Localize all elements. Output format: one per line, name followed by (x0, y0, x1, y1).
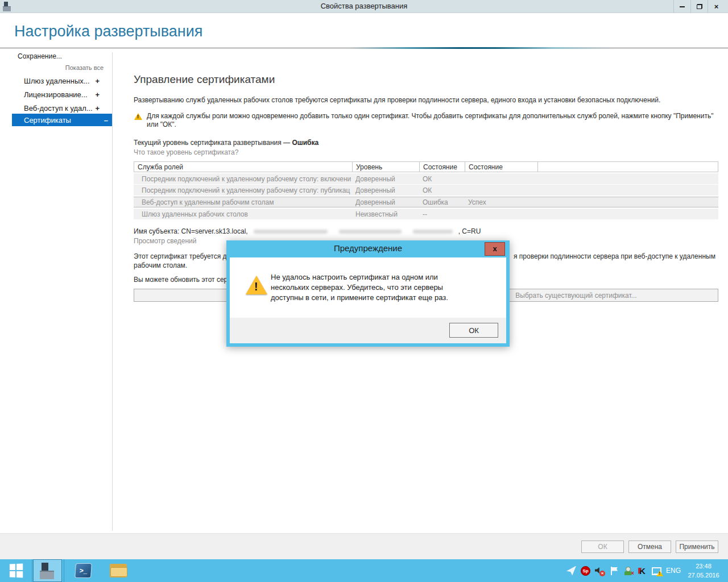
cell-service: Шлюз удаленных рабочих столов (134, 209, 351, 219)
dialog-message: Не удалось настроить сертификат на одном… (271, 272, 477, 303)
system-tray: Sp × K (566, 559, 661, 582)
dialog-close-button[interactable]: x (485, 242, 505, 256)
intro-text: Развертыванию служб удаленных рабочих ст… (134, 96, 718, 104)
dialog-footer: ОК (230, 318, 506, 343)
subject-suffix: , C=RU (458, 227, 481, 235)
table-row[interactable]: Посредник подключений к удаленному рабоч… (134, 173, 718, 184)
language-indicator[interactable]: ENG (663, 559, 684, 582)
expand-icon[interactable]: + (95, 90, 104, 99)
column-header-empty (537, 162, 718, 172)
column-header-state2[interactable]: Состояние (465, 162, 537, 172)
saving-status: Сохранение... (18, 52, 62, 60)
sidebar-item-gateway[interactable]: Шлюз удаленных... + (12, 74, 104, 87)
window-title: Свойства развертывания (0, 2, 728, 10)
dialog-title: Предупреждение (226, 240, 510, 257)
file-explorer-icon (110, 564, 127, 577)
close-icon: × (714, 2, 719, 11)
collapse-icon[interactable]: – (104, 116, 112, 124)
warning-dialog: Предупреждение x Не удалось настроить се… (226, 240, 510, 347)
dialog-close-icon: x (493, 244, 497, 253)
level-help-link[interactable]: Что такое уровень сертификата? (134, 148, 238, 156)
window-titlebar: Свойства развертывания × (0, 0, 728, 13)
sp-badge-tray-icon[interactable]: Sp (581, 566, 590, 576)
cert-required-text-left: Этот сертификат требуется дл (134, 252, 231, 260)
table-header-row: Служба ролей Уровень Состояние Состояние (134, 161, 718, 172)
cell-service: Посредник подключений к удаленному рабоч… (134, 185, 351, 196)
certificates-table: Служба ролей Уровень Состояние Состояние… (134, 161, 718, 219)
dialog-warning-icon (246, 276, 267, 294)
select-existing-label: Выбрать существующий сертификат... (515, 292, 636, 300)
sidebar-item-label: Сертификаты (12, 116, 71, 124)
certificate-level-label: Текущий уровень сертификата развертывани… (134, 139, 292, 147)
taskbar: >_ Sp × K ENG 23:48 27.05.2016 (0, 559, 728, 582)
view-details-link[interactable]: Просмотр сведений (134, 237, 197, 245)
sidebar-item-label: Веб-доступ к удал... (12, 104, 93, 113)
cell-empty (537, 185, 718, 196)
sidebar-divider (112, 52, 113, 531)
restore-button[interactable] (690, 0, 708, 13)
cell-state1: ОК (419, 185, 464, 196)
windows-logo-icon (10, 563, 23, 577)
sidebar-item-label: Шлюз удаленных... (12, 77, 90, 85)
cell-empty (537, 173, 718, 184)
taskbar-separator (32, 559, 32, 582)
show-all-link[interactable]: Показать все (65, 64, 104, 71)
taskbar-separator (64, 559, 64, 582)
taskbar-server-manager-button[interactable] (33, 559, 62, 582)
cell-level: Доверенный (351, 197, 419, 207)
expand-icon[interactable]: + (95, 104, 104, 113)
redacted-segment (339, 230, 402, 234)
ok-label: ОК (598, 543, 607, 551)
column-header-service[interactable]: Служба ролей (134, 162, 352, 172)
ok-button[interactable]: ОК (581, 541, 624, 553)
table-row-selected[interactable]: Веб-доступ к удаленным рабочим столам До… (134, 197, 718, 207)
subject-prefix: Имя субъекта: CN=server.sk13.local, (134, 227, 248, 235)
sidebar-item-certificates[interactable]: Сертификаты – (12, 114, 112, 126)
window-controls: × (673, 0, 725, 13)
cell-state2 (464, 173, 537, 184)
apply-label: Применить (679, 543, 714, 551)
notice-text: Для каждой службы роли можно одновременн… (147, 112, 715, 129)
paper-plane-tray-icon[interactable] (566, 566, 576, 576)
sidebar-item-webaccess[interactable]: Веб-доступ к удал... + (12, 102, 104, 114)
cell-service: Посредник подключений к удаленному рабоч… (134, 173, 351, 184)
table-row[interactable]: Посредник подключений к удаленному рабоч… (134, 185, 718, 196)
kaspersky-tray-icon[interactable]: K (638, 566, 647, 576)
action-center-flag-icon[interactable] (609, 566, 619, 576)
cert-required-text-right: я проверки подлинности сервера при веб-д… (514, 252, 715, 260)
section-heading: Управление сертификатами (134, 73, 275, 86)
cell-state2: Успех (464, 197, 537, 207)
taskbar-clock[interactable]: 23:48 27.05.2016 (684, 562, 723, 580)
dialog-ok-label: ОК (469, 326, 479, 335)
sidebar-item-label: Лицензирование... (12, 90, 88, 99)
apply-button[interactable]: Применить (676, 541, 718, 553)
sidebar-item-licensing[interactable]: Лицензирование... + (12, 88, 104, 101)
dialog-ok-button[interactable]: ОК (449, 323, 498, 338)
cert-required-text-line2: рабочим столам. (134, 261, 187, 269)
muted-speaker-icon[interactable] (595, 566, 605, 576)
warning-icon (134, 113, 142, 120)
taskbar-explorer-button[interactable] (105, 559, 132, 582)
server-manager-icon (40, 563, 57, 580)
screen: Свойства развертывания × Настройка разве… (0, 0, 728, 582)
cancel-label: Отмена (638, 543, 662, 551)
close-button[interactable]: × (708, 0, 725, 13)
certificate-level-line: Текущий уровень сертификата развертывани… (134, 139, 318, 147)
powershell-icon: >_ (75, 563, 92, 578)
column-header-state1[interactable]: Состояние (419, 162, 465, 172)
cell-level: Доверенный (351, 185, 419, 196)
redacted-segment (254, 230, 328, 234)
cell-empty (537, 197, 718, 207)
column-header-level[interactable]: Уровень (352, 162, 419, 172)
expand-icon[interactable]: + (95, 77, 104, 85)
start-button[interactable] (0, 559, 32, 582)
taskbar-powershell-button[interactable]: >_ (69, 559, 97, 582)
clock-date: 27.05.2016 (684, 571, 723, 580)
network-warning-icon[interactable] (652, 566, 661, 576)
table-row[interactable]: Шлюз удаленных рабочих столов Неизвестны… (134, 209, 718, 219)
agent-app-tray-icon[interactable]: × (623, 566, 633, 576)
cell-service: Веб-доступ к удаленным рабочим столам (134, 197, 351, 207)
cancel-button[interactable]: Отмена (628, 541, 671, 553)
dialog-body: Не удалось настроить сертификат на одном… (230, 257, 506, 343)
minimize-button[interactable] (673, 0, 690, 13)
